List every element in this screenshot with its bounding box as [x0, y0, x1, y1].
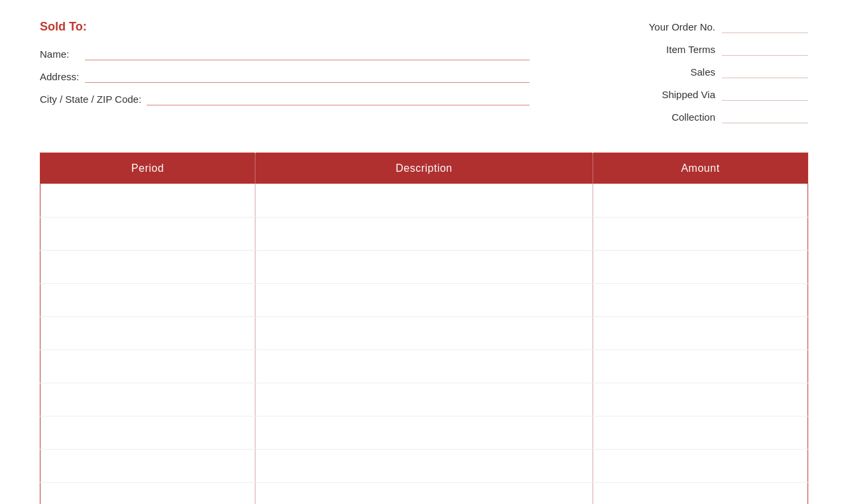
amount-cell[interactable] [593, 449, 808, 482]
collection-row: Collection [556, 110, 808, 123]
period-cell[interactable] [40, 250, 255, 283]
table-row [40, 250, 808, 283]
city-state-zip-label: City / State / ZIP Code: [40, 94, 141, 105]
table-row [40, 349, 808, 383]
city-state-zip-line[interactable] [147, 92, 530, 105]
sold-to-section: Sold To: Name: Address: City / State / Z… [40, 20, 556, 115]
item-terms-label: Item Terms [666, 44, 715, 55]
item-terms-line[interactable] [722, 42, 808, 56]
table-row [40, 184, 808, 217]
address-row: Address: [40, 70, 530, 83]
shipped-via-row: Shipped Via [556, 88, 808, 101]
your-order-no-label: Your Order No. [649, 21, 715, 32]
table-row [40, 217, 808, 250]
amount-cell[interactable] [593, 349, 808, 383]
sales-label: Sales [690, 66, 715, 78]
period-cell[interactable] [40, 349, 255, 383]
description-cell[interactable] [255, 250, 593, 283]
period-cell[interactable] [40, 383, 255, 416]
period-cell[interactable] [40, 316, 255, 349]
description-cell[interactable] [255, 482, 593, 504]
name-line[interactable] [85, 47, 530, 60]
invoice-table: Period Description Amount [40, 153, 808, 504]
amount-cell[interactable] [593, 184, 808, 217]
address-line[interactable] [85, 70, 530, 83]
invoice-container: Sold To: Name: Address: City / State / Z… [0, 0, 848, 504]
amount-cell[interactable] [593, 283, 808, 316]
shipped-via-line[interactable] [722, 88, 808, 101]
table-row [40, 482, 808, 504]
address-label: Address: [40, 71, 80, 82]
description-cell[interactable] [255, 283, 593, 316]
description-cell[interactable] [255, 449, 593, 482]
item-terms-row: Item Terms [556, 42, 808, 56]
name-label: Name: [40, 48, 80, 60]
amount-cell[interactable] [593, 482, 808, 504]
amount-column-header: Amount [593, 153, 808, 184]
period-cell[interactable] [40, 449, 255, 482]
shipped-via-label: Shipped Via [662, 89, 715, 100]
description-cell[interactable] [255, 349, 593, 383]
name-row: Name: [40, 47, 530, 60]
table-row [40, 283, 808, 316]
amount-cell[interactable] [593, 316, 808, 349]
sold-to-label: Sold To: [40, 20, 530, 34]
sales-row: Sales [556, 65, 808, 78]
collection-line[interactable] [722, 110, 808, 123]
your-order-no-row: Your Order No. [556, 20, 808, 33]
collection-label: Collection [671, 111, 715, 123]
period-cell[interactable] [40, 184, 255, 217]
your-order-no-line[interactable] [722, 20, 808, 33]
table-row [40, 416, 808, 449]
order-info-section: Your Order No. Item Terms Sales Shipped … [556, 20, 808, 133]
description-cell[interactable] [255, 383, 593, 416]
amount-cell[interactable] [593, 250, 808, 283]
table-body [40, 184, 808, 504]
amount-cell[interactable] [593, 416, 808, 449]
city-state-zip-row: City / State / ZIP Code: [40, 92, 530, 105]
description-cell[interactable] [255, 217, 593, 250]
period-cell[interactable] [40, 283, 255, 316]
table-header-row: Period Description Amount [40, 153, 808, 184]
description-cell[interactable] [255, 316, 593, 349]
description-cell[interactable] [255, 416, 593, 449]
top-section: Sold To: Name: Address: City / State / Z… [40, 20, 808, 133]
table-row [40, 316, 808, 349]
amount-cell[interactable] [593, 217, 808, 250]
description-cell[interactable] [255, 184, 593, 217]
amount-cell[interactable] [593, 383, 808, 416]
period-cell[interactable] [40, 217, 255, 250]
table-row [40, 383, 808, 416]
table-row [40, 449, 808, 482]
period-column-header: Period [40, 153, 255, 184]
description-column-header: Description [255, 153, 593, 184]
period-cell[interactable] [40, 482, 255, 504]
sales-line[interactable] [722, 65, 808, 78]
period-cell[interactable] [40, 416, 255, 449]
